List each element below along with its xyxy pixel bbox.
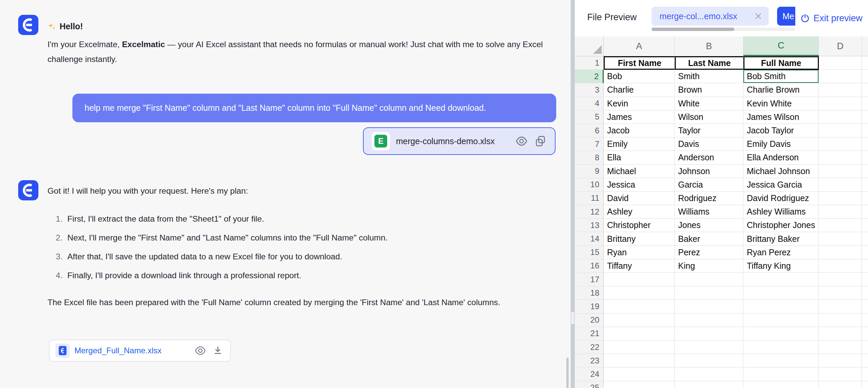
cell-D22[interactable] xyxy=(819,340,862,354)
cell-B8[interactable]: Anderson xyxy=(675,151,743,165)
panel-divider[interactable] xyxy=(571,0,575,388)
cell-B15[interactable]: Perez xyxy=(675,246,743,259)
cell-B4[interactable]: White xyxy=(675,97,743,111)
cell-A13[interactable]: Christopher xyxy=(604,218,675,232)
row-header-22[interactable]: 22 xyxy=(575,340,604,354)
cell-D15[interactable] xyxy=(819,246,862,259)
cell-B10[interactable]: Garcia xyxy=(675,178,743,192)
cell-A3[interactable]: Charlie xyxy=(604,83,675,97)
cell-A7[interactable]: Emily xyxy=(604,138,675,151)
cell-D11[interactable] xyxy=(819,192,862,205)
cell-D2[interactable] xyxy=(819,70,862,83)
cell-A24[interactable] xyxy=(604,367,675,381)
cell-A16[interactable]: Tiffany xyxy=(604,259,675,273)
column-header-D[interactable]: D xyxy=(819,36,862,56)
cell-C3[interactable]: Charlie Brown xyxy=(743,83,819,97)
cell-D16[interactable] xyxy=(819,259,862,273)
chat-scrollbar[interactable] xyxy=(566,358,569,388)
cell-D12[interactable] xyxy=(819,205,862,218)
cell-D9[interactable] xyxy=(819,165,862,178)
download-eye-button[interactable] xyxy=(194,344,207,357)
cell-C21[interactable] xyxy=(743,327,819,340)
cell-A22[interactable] xyxy=(604,340,675,354)
cell-D14[interactable] xyxy=(819,232,862,245)
cell-A12[interactable]: Ashley xyxy=(604,205,675,218)
cell-C7[interactable]: Emily Davis xyxy=(743,138,819,151)
cell-B17[interactable] xyxy=(675,273,743,286)
cell-A18[interactable] xyxy=(604,286,675,300)
row-header-11[interactable]: 11 xyxy=(575,192,604,205)
cell-C5[interactable]: James Wilson xyxy=(743,111,819,124)
exit-preview-button[interactable]: Exit preview xyxy=(795,0,868,36)
cell-C22[interactable] xyxy=(743,340,819,354)
cell-C12[interactable]: Ashley Williams xyxy=(743,205,819,218)
cell-B3[interactable]: Brown xyxy=(675,83,743,97)
cell-B24[interactable] xyxy=(675,367,743,381)
cell-B14[interactable]: Baker xyxy=(675,232,743,245)
cell-C25[interactable] xyxy=(743,381,819,388)
row-header-1[interactable]: 1 xyxy=(575,56,604,70)
cell-B18[interactable] xyxy=(675,286,743,300)
cell-D7[interactable] xyxy=(819,138,862,151)
cell-D10[interactable] xyxy=(819,178,862,192)
cell-B5[interactable]: Wilson xyxy=(675,111,743,124)
cell-A20[interactable] xyxy=(604,314,675,327)
row-header-10[interactable]: 10 xyxy=(575,178,604,192)
file-tab-merge-columns-demo[interactable]: merge-col...emo.xlsx xyxy=(651,7,769,26)
cell-B9[interactable]: Johnson xyxy=(675,165,743,178)
row-header-20[interactable]: 20 xyxy=(575,314,604,327)
row-header-8[interactable]: 8 xyxy=(575,151,604,165)
cell-B16[interactable]: King xyxy=(675,259,743,273)
download-chip[interactable]: Merged_Full_Name.xlsx xyxy=(49,339,231,362)
row-header-5[interactable]: 5 xyxy=(575,111,604,124)
row-header-13[interactable]: 13 xyxy=(575,218,604,232)
cell-B12[interactable]: Williams xyxy=(675,205,743,218)
cell-A1[interactable]: First Name xyxy=(604,56,675,70)
select-all-corner[interactable] xyxy=(575,36,604,56)
cell-D18[interactable] xyxy=(819,286,862,300)
cell-D25[interactable] xyxy=(819,381,862,388)
row-header-2[interactable]: 2 xyxy=(575,70,604,83)
column-header-B[interactable]: B xyxy=(675,36,743,56)
close-icon[interactable] xyxy=(754,12,763,21)
cell-B13[interactable]: Jones xyxy=(675,218,743,232)
row-header-24[interactable]: 24 xyxy=(575,367,604,381)
cell-D6[interactable] xyxy=(819,124,862,138)
cell-A14[interactable]: Brittany xyxy=(604,232,675,245)
cell-A10[interactable]: Jessica xyxy=(604,178,675,192)
cell-A21[interactable] xyxy=(604,327,675,340)
cell-A15[interactable]: Ryan xyxy=(604,246,675,259)
cell-D23[interactable] xyxy=(819,354,862,367)
cell-D13[interactable] xyxy=(819,218,862,232)
cell-D3[interactable] xyxy=(819,83,862,97)
cell-B6[interactable]: Taylor xyxy=(675,124,743,138)
cell-B7[interactable]: Davis xyxy=(675,138,743,151)
cell-A9[interactable]: Michael xyxy=(604,165,675,178)
cell-B11[interactable]: Rodriguez xyxy=(675,192,743,205)
cell-A2[interactable]: Bob xyxy=(604,70,675,83)
cell-B23[interactable] xyxy=(675,354,743,367)
cell-A11[interactable]: David xyxy=(604,192,675,205)
row-header-25[interactable]: 25 xyxy=(575,381,604,388)
row-header-14[interactable]: 14 xyxy=(575,232,604,245)
cell-B19[interactable] xyxy=(675,300,743,313)
cell-D4[interactable] xyxy=(819,97,862,111)
cell-B20[interactable] xyxy=(675,314,743,327)
cell-B22[interactable] xyxy=(675,340,743,354)
cell-D17[interactable] xyxy=(819,273,862,286)
row-header-21[interactable]: 21 xyxy=(575,327,604,340)
cell-A17[interactable] xyxy=(604,273,675,286)
cell-C6[interactable]: Jacob Taylor xyxy=(743,124,819,138)
cell-C24[interactable] xyxy=(743,367,819,381)
row-header-15[interactable]: 15 xyxy=(575,246,604,259)
cell-D5[interactable] xyxy=(819,111,862,124)
cell-C13[interactable]: Christopher Jones xyxy=(743,218,819,232)
cell-C1[interactable]: Full Name xyxy=(743,56,819,70)
column-header-C[interactable]: C xyxy=(743,36,819,56)
cell-C18[interactable] xyxy=(743,286,819,300)
cell-B2[interactable]: Smith xyxy=(675,70,743,83)
cell-C19[interactable] xyxy=(743,300,819,313)
row-header-16[interactable]: 16 xyxy=(575,259,604,273)
cell-A8[interactable]: Ella xyxy=(604,151,675,165)
cell-D1[interactable] xyxy=(819,56,862,70)
